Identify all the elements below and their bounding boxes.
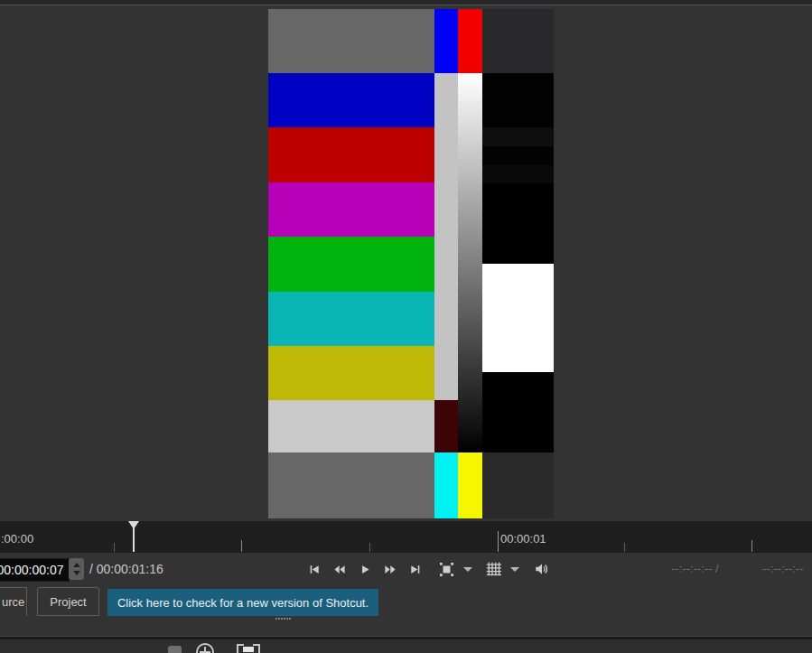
zoom-dropdown-button[interactable] xyxy=(462,558,473,580)
duration-label: / 00:00:01:16 xyxy=(89,553,163,585)
colorbar-segment xyxy=(482,183,554,264)
stepper-up-icon[interactable] xyxy=(73,563,80,567)
overwrite-icon-bar xyxy=(243,647,254,652)
colorbar-segment xyxy=(268,182,434,237)
splitter-handle[interactable] xyxy=(275,618,277,620)
position-field[interactable]: 00:00:00:07 xyxy=(0,558,70,582)
grid-button[interactable] xyxy=(484,558,502,580)
timeline-ruler[interactable]: :00:00 00:00:01 xyxy=(0,521,812,553)
ruler-tick xyxy=(369,543,370,552)
colorbar-segment xyxy=(268,127,434,182)
shotcut-window: :00:00 00:00:01 00:00:00:07 / 00:00:01:1… xyxy=(0,0,812,653)
tab-source-border xyxy=(26,587,27,616)
circle-plus-icon[interactable] xyxy=(196,643,214,653)
video-preview xyxy=(268,9,554,518)
transport-controls xyxy=(305,553,553,585)
colorbar-segment xyxy=(268,400,434,452)
chevron-down-icon xyxy=(510,567,519,572)
play-button[interactable] xyxy=(356,558,374,580)
rewind-icon xyxy=(331,563,348,576)
ruler-tick xyxy=(114,543,115,552)
position-value: 00:00:00:07 xyxy=(0,563,63,577)
colorbar-segment xyxy=(434,73,458,400)
skip-to-end-button[interactable] xyxy=(406,558,425,580)
skip-to-start-button[interactable] xyxy=(305,558,323,580)
overwrite-icon[interactable] xyxy=(237,644,260,653)
grid-icon xyxy=(485,561,502,577)
position-stepper[interactable] xyxy=(69,558,84,580)
colorbar-segment xyxy=(434,400,458,452)
colorbar-segment xyxy=(268,292,434,346)
ruler-tick xyxy=(624,543,625,552)
zoom-fit-button[interactable] xyxy=(437,558,455,580)
play-icon xyxy=(359,563,371,576)
grid-dropdown-button[interactable] xyxy=(509,558,520,580)
colorbar-segment xyxy=(268,346,434,400)
colorbar-segment xyxy=(482,264,554,372)
colorbar-segment xyxy=(458,452,482,518)
colorbar-segment xyxy=(268,237,434,292)
snap-toggle-icon[interactable] xyxy=(168,646,182,653)
player-tab-bar: urce Project Click here to check for a n… xyxy=(0,585,812,636)
volume-button[interactable] xyxy=(531,558,553,580)
rewind-button[interactable] xyxy=(331,558,349,580)
skip-to-start-icon xyxy=(307,563,322,576)
colorbar-segment xyxy=(482,9,554,73)
volume-icon xyxy=(532,561,552,577)
ruler-tick xyxy=(751,540,752,552)
colorbar-segment xyxy=(482,372,554,452)
selected-duration-label: --:--:--:-- xyxy=(762,553,803,585)
transport-bar: 00:00:00:07 / 00:00:01:16 xyxy=(0,553,812,585)
tab-source[interactable]: urce xyxy=(2,595,24,609)
playhead-stem xyxy=(133,521,135,552)
colorbar-segment xyxy=(482,127,554,146)
timeline-toolbar-clipped xyxy=(0,639,812,653)
stepper-down-icon[interactable] xyxy=(73,571,80,575)
tab-source-border-top xyxy=(0,587,26,588)
update-notification-button[interactable]: Click here to check for a new version of… xyxy=(107,589,378,616)
fast-forward-button[interactable] xyxy=(381,558,399,580)
ruler-major-tick xyxy=(498,531,499,552)
in-point-label: --:--:--:-- / xyxy=(671,553,719,585)
playhead[interactable] xyxy=(127,521,140,553)
ruler-label-second: 00:00:01 xyxy=(500,532,546,546)
colorbar-segment xyxy=(482,165,554,183)
colorbar-segment xyxy=(482,73,554,127)
chevron-down-icon xyxy=(463,567,472,572)
colorbar-segment xyxy=(268,9,434,73)
colorbar-segment xyxy=(434,452,458,518)
colorbar-segment xyxy=(458,9,482,73)
colorbar-segment xyxy=(268,452,434,518)
colorbar-segment xyxy=(482,452,554,518)
colorbar-segment xyxy=(268,73,434,127)
colorbar-segment xyxy=(482,146,554,165)
ruler-tick xyxy=(241,540,242,552)
ruler-label-start: :00:00 xyxy=(1,532,33,546)
colorbar-segment xyxy=(458,73,482,452)
skip-to-end-icon xyxy=(408,563,423,576)
toolbar-bottom-edge xyxy=(0,0,812,5)
colorbar-segment xyxy=(434,9,458,73)
tab-project[interactable]: Project xyxy=(37,587,99,616)
zoom-fit-icon xyxy=(438,561,455,578)
fast-forward-icon xyxy=(382,563,398,576)
